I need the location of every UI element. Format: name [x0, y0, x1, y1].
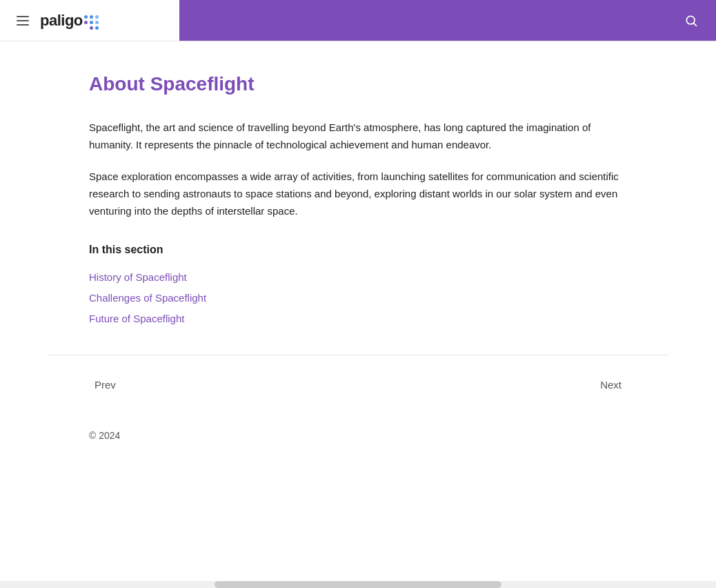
in-this-section-list: History of Spaceflight Challenges of Spa…: [89, 269, 627, 327]
logo-dot-5: [90, 21, 93, 24]
search-button[interactable]: [680, 10, 702, 32]
header-left: paligo: [0, 8, 179, 32]
prev-button[interactable]: Prev: [89, 376, 121, 393]
logo-dot-6: [95, 21, 99, 24]
in-this-section-heading: In this section: [89, 241, 627, 259]
svg-point-0: [686, 16, 695, 24]
header: paligo: [0, 0, 716, 41]
svg-line-1: [694, 23, 697, 26]
menu-icon[interactable]: [14, 13, 32, 28]
logo-dots: [84, 15, 99, 30]
logo-dot-3: [95, 15, 99, 19]
search-icon: [684, 14, 698, 28]
logo-dot-2: [90, 15, 93, 19]
link-history[interactable]: History of Spaceflight: [89, 271, 187, 283]
copyright: © 2024: [48, 414, 668, 457]
list-item: Challenges of Spaceflight: [89, 290, 627, 306]
nav-footer: Prev Next: [48, 355, 668, 414]
paragraph-1: Spaceflight, the art and science of trav…: [89, 119, 627, 154]
list-item: Future of Spaceflight: [89, 311, 627, 327]
logo-text: paligo: [40, 12, 83, 29]
main-content: About Spaceflight Spaceflight, the art a…: [48, 41, 668, 327]
logo-dot-9: [95, 26, 99, 30]
header-right: [179, 0, 716, 41]
logo-dot-8: [90, 26, 93, 30]
logo-dot-4: [84, 21, 88, 24]
logo: paligo: [40, 8, 99, 32]
logo-dot-7: [84, 26, 88, 30]
link-future[interactable]: Future of Spaceflight: [89, 313, 184, 324]
logo-dot-1: [84, 15, 88, 19]
next-button[interactable]: Next: [595, 376, 627, 393]
paragraph-2: Space exploration encompasses a wide arr…: [89, 168, 627, 219]
list-item: History of Spaceflight: [89, 269, 627, 286]
link-challenges[interactable]: Challenges of Spaceflight: [89, 292, 206, 304]
page-title: About Spaceflight: [89, 69, 627, 100]
